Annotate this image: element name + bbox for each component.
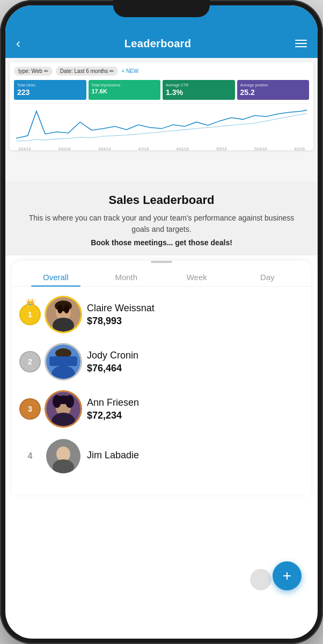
person-info-4: Jim Labadie (87, 450, 303, 463)
svg-point-18 (56, 447, 70, 462)
person-amount-2: $76,464 (87, 363, 303, 374)
rank-number-4: 4 (28, 451, 33, 461)
app-header: ‹ Leaderboard (5, 29, 318, 58)
leaderboard-card: Overall Month Week Day 👑 1 (12, 261, 311, 495)
avatar-svg-1 (46, 297, 80, 332)
date-label-7: 6/2/19 (294, 147, 304, 151)
new-button[interactable]: + NEW (121, 68, 138, 74)
filter-date-label: Date: Last 6 months (60, 68, 108, 74)
svg-point-16 (65, 395, 74, 408)
filter-date-pencil: ✏ (109, 68, 114, 74)
header-title: Leaderboard (124, 38, 191, 50)
crown-icon: 👑 (26, 298, 35, 307)
menu-button[interactable] (295, 40, 307, 47)
leaderboard-entry-4: 4 Jim Labadie (12, 433, 311, 480)
avatar-1 (46, 297, 80, 332)
date-label-1: 3/10/19 (58, 147, 71, 151)
metric-ctr: Average CTR 1.3% (163, 80, 235, 100)
leaderboard-entry-3: 3 (12, 385, 311, 433)
metric-impressions-value: 17.6K (92, 88, 158, 94)
tab-month[interactable]: Month (91, 268, 162, 286)
rank-badge-2: 2 (20, 352, 40, 371)
person-name-3: Ann Friesen (87, 397, 303, 408)
tabs-row: Overall Month Week Day (12, 263, 311, 287)
tab-day[interactable]: Day (232, 268, 303, 286)
svg-point-15 (53, 395, 61, 408)
chart-svg (16, 106, 307, 144)
screenshot-area: type: Web ✏ Date: Last 6 months ✏ + NEW … (5, 58, 318, 181)
filter-bar: type: Web ✏ Date: Last 6 months ✏ + NEW (14, 67, 309, 76)
svg-point-4 (57, 305, 63, 313)
person-info-2: Jody Cronin $76,464 (87, 350, 303, 374)
person-name-1: Claire Weissnat (87, 303, 303, 314)
back-button[interactable]: ‹ (16, 36, 20, 51)
leaderboard-list: 👑 1 (12, 287, 311, 484)
metric-ctr-label: Average CTR (166, 83, 232, 87)
intro-description: This is where you can track your and you… (21, 213, 302, 235)
metric-position-label: Average position (240, 83, 306, 87)
person-amount-1: $78,993 (87, 316, 303, 327)
chart-area: 2/24/19 3/10/19 3/24/19 4/7/19 4/21/19 5… (14, 103, 309, 146)
person-name-4: Jim Labadie (87, 450, 303, 461)
svg-point-5 (64, 305, 69, 313)
date-label-0: 2/24/19 (18, 147, 31, 151)
filter-chip-type[interactable]: type: Web ✏ (14, 67, 53, 76)
rank-number-3: 3 (28, 405, 32, 413)
person-amount-3: $72,234 (87, 410, 303, 421)
avatar-placeholder-1 (46, 297, 80, 332)
date-label-5: 5/5/19 (216, 147, 226, 151)
date-label-4: 4/21/19 (177, 147, 189, 151)
filter-type-pencil: ✏ (44, 68, 48, 74)
metric-position-value: 25.2 (240, 88, 306, 97)
metric-impressions: Total impressions 17.6K (89, 80, 161, 100)
rank-number-2: 2 (28, 357, 32, 366)
avatar-svg-3 (46, 392, 80, 426)
hamburger-line-1 (295, 40, 307, 41)
svg-rect-10 (49, 356, 77, 366)
person-name-2: Jody Cronin (87, 350, 303, 361)
intro-section: Sales Leaderboard This is where you can … (5, 181, 318, 255)
metric-clicks-value: 223 (17, 88, 83, 97)
avatar-2 (46, 345, 80, 379)
metric-clicks-label: Total clicks (17, 83, 83, 87)
metric-clicks: Total clicks 223 (14, 80, 86, 100)
person-info-1: Claire Weissnat $78,993 (87, 303, 303, 327)
screenshot-inner: type: Web ✏ Date: Last 6 months ✏ + NEW … (10, 62, 313, 150)
rank-badge-3: 3 (20, 399, 40, 419)
tab-overall[interactable]: Overall (20, 268, 91, 286)
fab-add-button[interactable]: + (273, 561, 302, 590)
svg-point-3 (55, 301, 72, 311)
phone-frame: ‹ Leaderboard type: Web ✏ Date: Last 6 m… (0, 0, 323, 644)
rank-badge-1: 👑 1 (20, 305, 40, 324)
person-info-3: Ann Friesen $72,234 (87, 397, 303, 421)
intro-title: Sales Leaderboard (21, 193, 302, 207)
metric-position: Average position 25.2 (237, 80, 310, 100)
phone-notch (113, 0, 210, 17)
avatar-4 (46, 439, 80, 473)
rank-badge-4: 4 (20, 447, 40, 466)
leaderboard-entry-2: 2 J (12, 338, 311, 385)
date-label-6: 5/19/19 (254, 147, 267, 151)
intro-cta: Book those meetings... get those deals! (21, 238, 302, 247)
metric-ctr-value: 1.3% (166, 88, 232, 97)
metrics-row: Total clicks 223 Total impressions 17.6K… (14, 80, 309, 100)
hamburger-line-3 (295, 46, 307, 47)
date-label-3: 4/7/19 (138, 147, 149, 151)
tab-week[interactable]: Week (162, 268, 232, 286)
leaderboard-entry-1: 👑 1 (12, 291, 311, 338)
metric-impressions-label: Total impressions (92, 83, 158, 87)
avatar-placeholder-2 (46, 345, 80, 379)
phone-screen: ‹ Leaderboard type: Web ✏ Date: Last 6 m… (5, 5, 318, 639)
chart-dates: 2/24/19 3/10/19 3/24/19 4/7/19 4/21/19 5… (16, 147, 307, 151)
avatar-placeholder-3 (46, 392, 80, 426)
fab-ghost (250, 569, 271, 590)
filter-type-label: type: Web (18, 68, 42, 74)
filter-chip-date[interactable]: Date: Last 6 months ✏ (56, 67, 119, 76)
rank-number-1: 1 (28, 310, 32, 319)
avatar-3 (46, 392, 80, 426)
avatar-placeholder-4 (46, 439, 80, 473)
avatar-svg-2 (46, 345, 80, 379)
avatar-svg-4 (46, 439, 80, 473)
hamburger-line-2 (295, 43, 307, 44)
date-label-2: 3/24/19 (98, 147, 111, 151)
